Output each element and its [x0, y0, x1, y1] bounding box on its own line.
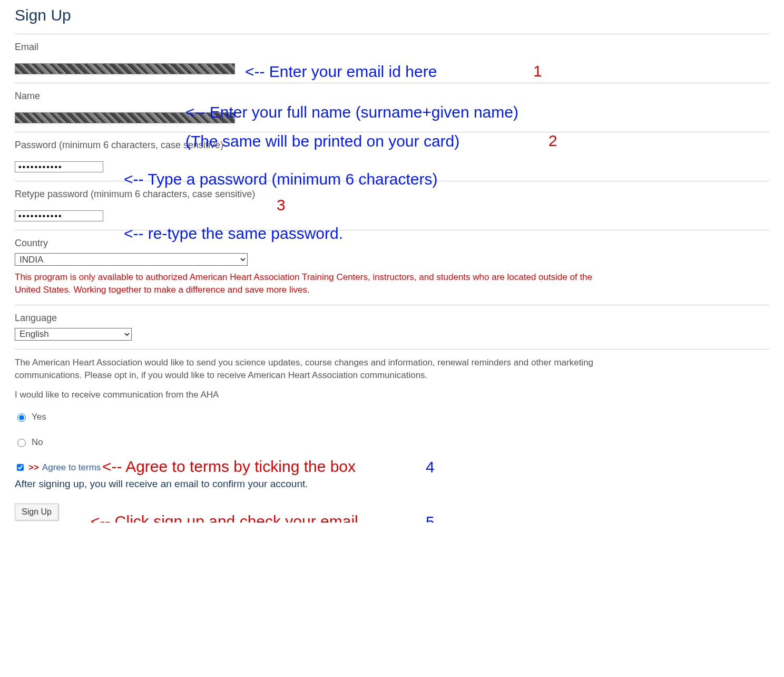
- retype-label: Retype password (minimum 6 characters, c…: [15, 189, 769, 200]
- annotation-retype: <-- re-type the same password.: [124, 224, 343, 243]
- annotation-name-line1: <-- Enter your full name (surname+given …: [185, 103, 518, 122]
- annotation-num-1: 1: [533, 62, 542, 80]
- language-select[interactable]: English: [15, 328, 132, 341]
- page-title: Sign Up: [15, 6, 769, 24]
- agree-to-terms-link[interactable]: Agree to terms: [42, 462, 101, 473]
- annotation-password: <-- Type a password (minimum 6 character…: [124, 170, 437, 189]
- annotation-name-line2: (The same will be printed on your card): [185, 132, 459, 151]
- optin-section: The American Heart Association would lik…: [15, 349, 769, 523]
- annotation-num-2: 2: [548, 132, 557, 150]
- annotation-num-4: 4: [426, 458, 435, 477]
- annotation-email: <-- Enter your email id here: [245, 62, 437, 81]
- country-disclaimer: This program is only available to author…: [15, 271, 610, 296]
- annotation-num-5: 5: [426, 512, 435, 523]
- password-input[interactable]: [15, 161, 103, 172]
- confirm-note: After signing up, you will receive an em…: [15, 478, 769, 490]
- language-label: Language: [15, 313, 769, 324]
- annotation-terms: <-- Agree to terms by ticking the box: [102, 458, 356, 476]
- sign-up-button[interactable]: Sign Up: [15, 504, 58, 520]
- terms-checkbox[interactable]: [17, 464, 24, 471]
- language-section: Language English: [15, 305, 769, 350]
- optin-description: The American Heart Association would lik…: [15, 356, 615, 382]
- optin-no-radio[interactable]: [17, 439, 26, 447]
- annotation-signup: <-- Click sign up and check your email: [91, 512, 358, 523]
- optin-prompt: I would like to receive communication fr…: [15, 390, 769, 400]
- optin-yes-label: Yes: [32, 412, 46, 422]
- email-label: Email: [15, 42, 769, 53]
- optin-no-label: No: [32, 437, 43, 448]
- annotation-num-3: 3: [277, 196, 286, 214]
- optin-yes-radio[interactable]: [17, 413, 26, 422]
- country-select[interactable]: INDIA: [15, 253, 248, 266]
- name-label: Name: [15, 91, 769, 102]
- retype-password-input[interactable]: [15, 210, 103, 221]
- terms-arrows: >>: [28, 462, 39, 473]
- email-input[interactable]: [15, 63, 235, 74]
